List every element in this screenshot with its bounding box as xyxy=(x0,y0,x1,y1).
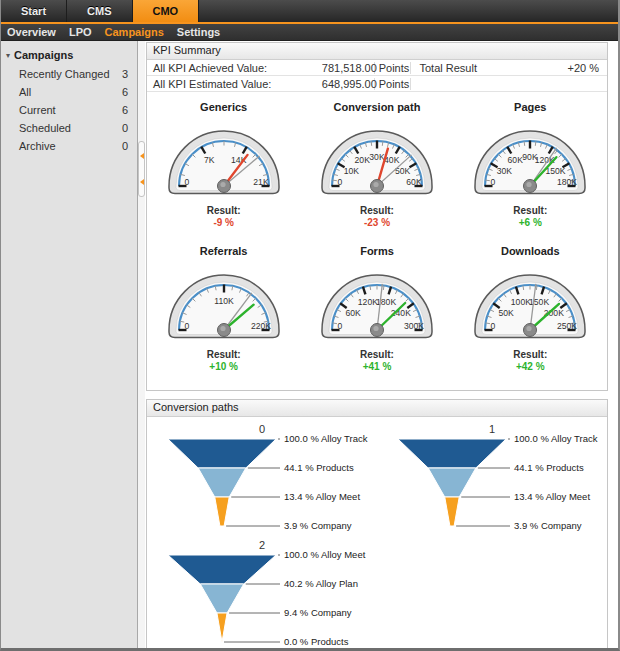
conversion-paths-panel-header: Conversion paths xyxy=(147,400,607,417)
gauge-result-value: -9 % xyxy=(207,217,241,228)
funnel-segment xyxy=(428,468,476,497)
funnels-grid: 0100.0 % Alloy Track44.1 % Products13.4 … xyxy=(147,417,607,648)
gauge-result: Result:-9 % xyxy=(207,205,241,228)
sidebar-item-label: Current xyxy=(19,104,56,116)
gauge-dial: 060K120K180K240K300K xyxy=(316,260,438,340)
funnel-stage-label: 13.4 % Alloy Meet xyxy=(284,491,360,502)
funnel-segment xyxy=(217,613,227,642)
kpi-achieved-label: All KPI Achieved Value: xyxy=(147,62,322,74)
funnel-title: 0 xyxy=(259,423,265,435)
gauge-title: Conversion path xyxy=(334,101,421,113)
gauge-title: Referrals xyxy=(200,245,248,257)
conversion-paths-panel: Conversion paths 0100.0 % Alloy Track44.… xyxy=(146,399,608,648)
gauge-tick-label: 7K xyxy=(204,155,215,165)
collapse-triangle-icon: ▾ xyxy=(6,51,10,60)
gauge-tick-label: 0 xyxy=(491,177,496,187)
nav-item-overview[interactable]: Overview xyxy=(7,24,56,40)
funnel-2: 2100.0 % Alloy Meet40.2 % Alloy Plan9.4 … xyxy=(147,535,377,648)
gauge-result-value: +6 % xyxy=(513,217,547,228)
funnel-segment xyxy=(200,584,243,613)
kpi-summary-panel-header: KPI Summary xyxy=(147,43,607,60)
gauge-tick-label: 300K xyxy=(404,321,424,331)
gauge-result: Result:-23 % xyxy=(360,205,394,228)
sidebar-section-campaigns[interactable]: ▾ Campaigns xyxy=(1,47,137,65)
collapse-arrow-icon[interactable] xyxy=(140,179,144,185)
gauge-result: Result:+41 % xyxy=(360,349,394,372)
funnel-stage-label: 100.0 % Alloy Track xyxy=(514,435,598,444)
gauge-dial: 07K14K21K xyxy=(163,116,285,196)
nav-item-settings[interactable]: Settings xyxy=(177,24,220,40)
funnel-stage-label: 13.4 % Alloy Meet xyxy=(514,491,590,502)
splitter-handle[interactable] xyxy=(138,141,145,197)
gauge-result-value: +41 % xyxy=(360,361,394,372)
sidebar-item-archive[interactable]: Archive 0 xyxy=(1,137,137,155)
gauge-result-label: Result: xyxy=(207,349,241,360)
gauge-tick-label: 30K xyxy=(497,166,513,176)
gauge-tick-label: 30K xyxy=(369,152,385,162)
gauge-tick-label: 0 xyxy=(491,321,496,331)
sidebar-item-label: Scheduled xyxy=(19,122,71,134)
gauge-tick-label: 60K xyxy=(406,177,422,187)
kpi-estimated-unit: Points xyxy=(375,78,412,90)
gauge-title: Forms xyxy=(360,245,394,257)
sidebar-item-count: 0 xyxy=(122,122,128,134)
content-area: ▾ Campaigns Recently Changed 3 All 6 Cur… xyxy=(1,41,618,648)
tab-cms[interactable]: CMS xyxy=(67,0,132,22)
nav-item-campaigns[interactable]: Campaigns xyxy=(105,24,164,40)
gauge-tick-label: 180K xyxy=(557,177,577,187)
table-row: All KPI Achieved Value: 781,518.00 Point… xyxy=(147,60,607,76)
sidebar-item-scheduled[interactable]: Scheduled 0 xyxy=(1,119,137,137)
collapse-arrow-icon[interactable] xyxy=(140,153,144,159)
funnel-1: 1100.0 % Alloy Track44.1 % Products13.4 … xyxy=(377,419,607,535)
sidebar-item-count: 6 xyxy=(122,104,128,116)
funnel-stage-label: 9.4 % Company xyxy=(284,607,352,618)
funnel-stage-label: 0.0 % Products xyxy=(284,636,349,647)
gauge-tick-label: 0 xyxy=(184,177,189,187)
funnel-segment xyxy=(168,439,276,468)
gauge-dial: 010K20K30K40K50K60K xyxy=(316,116,438,196)
kpi-achieved-unit: Points xyxy=(375,62,412,74)
app-window: Start CMS CMO Overview LPO Campaigns Set… xyxy=(0,0,620,651)
sidebar-item-current[interactable]: Current 6 xyxy=(1,101,137,119)
gauge-result: Result:+10 % xyxy=(207,349,241,372)
sidebar: ▾ Campaigns Recently Changed 3 All 6 Cur… xyxy=(1,41,138,648)
funnel-0: 0100.0 % Alloy Track44.1 % Products13.4 … xyxy=(147,419,377,535)
kpi-gauge: Forms060K120K180K240K300KResult:+41 % xyxy=(300,240,453,384)
gauge-tick-label: 0 xyxy=(184,321,189,331)
nav-item-lpo[interactable]: LPO xyxy=(69,24,92,40)
gauge-tick-label: 0 xyxy=(338,321,343,331)
kpi-achieved-value: 781,518.00 xyxy=(322,62,375,74)
gauge-result-label: Result: xyxy=(360,205,394,216)
funnel-segment xyxy=(198,468,246,497)
funnel-segment xyxy=(398,439,506,468)
sidebar-item-label: Archive xyxy=(19,140,56,152)
main-area: KPI Summary All KPI Achieved Value: 781,… xyxy=(145,41,618,648)
funnel-segment xyxy=(215,497,229,526)
funnel-title: 2 xyxy=(259,539,265,551)
gauge-tick-label: 250K xyxy=(557,321,577,331)
funnel-stage-label: 100.0 % Alloy Meet xyxy=(284,551,366,560)
splitter xyxy=(138,41,145,648)
kpi-summary-panel: KPI Summary All KPI Achieved Value: 781,… xyxy=(146,42,608,391)
sidebar-item-label: Recently Changed xyxy=(19,68,110,80)
gauge-result-value: +42 % xyxy=(513,361,547,372)
funnel-title: 1 xyxy=(489,423,495,435)
gauge-tick-label: 110K xyxy=(214,296,234,306)
gauge-tick-label: 10K xyxy=(344,166,360,176)
funnel-stage-label: 3.9 % Company xyxy=(284,520,352,531)
sidebar-item-all[interactable]: All 6 xyxy=(1,83,137,101)
kpi-gauges-grid: Generics07K14K21KResult:-9 %Conversion p… xyxy=(147,92,607,390)
funnel-stage-label: 44.1 % Products xyxy=(284,462,354,473)
sidebar-item-count: 0 xyxy=(122,140,128,152)
gauge-result-label: Result: xyxy=(513,205,547,216)
funnel-stage-label: 3.9 % Company xyxy=(514,520,582,531)
gauge-title: Downloads xyxy=(501,245,560,257)
kpi-total-result-value: +20 % xyxy=(513,62,607,74)
kpi-estimated-value: 648,995.00 xyxy=(322,78,375,90)
gauge-dial: 030K60K90K120K150K180K xyxy=(469,116,591,196)
tab-cmo[interactable]: CMO xyxy=(133,0,200,22)
kpi-gauge: Pages030K60K90K120K150K180KResult:+6 % xyxy=(454,96,607,240)
sidebar-item-recently-changed[interactable]: Recently Changed 3 xyxy=(1,65,137,83)
secondary-nav: Overview LPO Campaigns Settings xyxy=(1,24,618,41)
tab-start[interactable]: Start xyxy=(1,0,67,22)
